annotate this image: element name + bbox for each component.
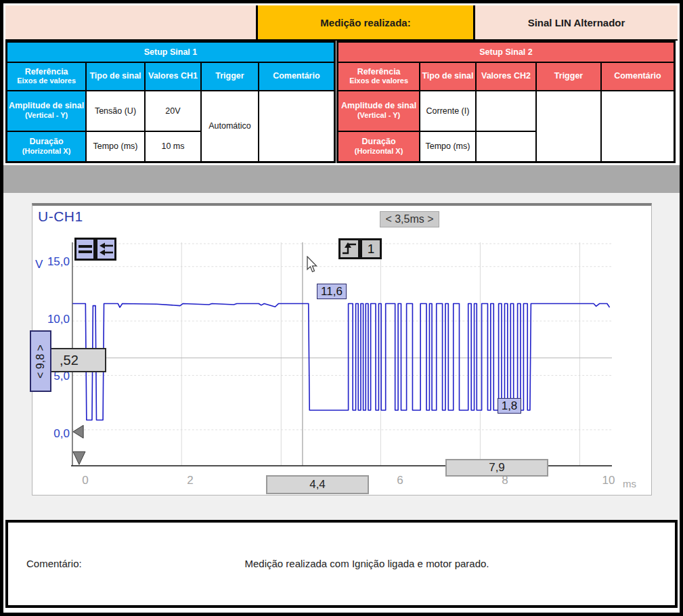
setup1-col-trigger: Trigger: [201, 62, 259, 91]
comment-section: Comentário: Medição realizada com Igniçã…: [5, 520, 678, 608]
setup1-trigger-value: Automático: [201, 91, 259, 162]
report-page: Medição realizada: Sinal LIN Alternador …: [0, 0, 683, 616]
comment-label: Comentário:: [26, 558, 82, 569]
setup2-col-type: Tipo de sinal: [420, 62, 475, 91]
setup-signal-1-table: Setup Sinal 1 ReferênciaEixos de valores…: [5, 41, 336, 163]
setup2-row2-value: [476, 131, 537, 162]
setup1-col-values: Valores CH1: [145, 62, 202, 91]
voltage-cursor-value: < 9,8 >: [35, 345, 47, 378]
low-level-marker[interactable]: 1,8: [498, 398, 521, 414]
channel-offset-button[interactable]: [74, 238, 95, 261]
measurement-label: Medição realizada:: [256, 5, 475, 39]
trigger-position-marker[interactable]: [73, 452, 85, 464]
setup1-row2-ref: Duração(Horizontal X): [7, 131, 87, 162]
setup2-col-comment: Comentário: [601, 62, 675, 91]
channel-label: U-CH1: [38, 208, 83, 225]
time-marker-1[interactable]: 4,4: [266, 475, 369, 494]
x-tick-0: 0: [72, 474, 99, 487]
setup2-col-values: Valores CH2: [476, 62, 537, 91]
setup2-col-trigger: Trigger: [536, 62, 601, 91]
zero-level-marker[interactable]: [73, 425, 83, 438]
header-empty-cell: [5, 5, 256, 39]
setup2-row1-ref: Amplitude de sinal(Vertical - Y): [338, 91, 420, 131]
signal-name: Sinal LIN Alternador: [475, 5, 678, 39]
trigger-edge-button[interactable]: [338, 238, 360, 259]
setup2-comment-value: [601, 91, 675, 162]
col-ref-sublabel: Eixos de valores: [340, 76, 418, 85]
setup2-row-amplitude: Amplitude de sinal(Vertical - Y) Corrent…: [338, 91, 675, 131]
pan-left-button[interactable]: [95, 238, 116, 261]
time-marker-2[interactable]: 7,9: [445, 459, 548, 477]
row-ref-sublabel: (Horizontal X): [9, 147, 84, 156]
row-ref-label: Amplitude de sinal: [9, 101, 84, 110]
comment-text: Medição realizada com Ignição ligada e m…: [177, 558, 556, 569]
rising-edge-icon: [341, 241, 357, 257]
setup1-row1-type: Tensão (U): [86, 91, 145, 131]
row-ref-label: Duração: [30, 137, 64, 146]
setup1-col-comment: Comentário: [259, 62, 335, 91]
setup1-row1-ref: Amplitude de sinal(Vertical - Y): [7, 91, 87, 131]
separator-bar: [3, 165, 680, 193]
setup1-row2-type: Tempo (ms): [86, 131, 145, 162]
setup2-trigger-value: [536, 91, 601, 162]
x-tick-2: 2: [177, 474, 204, 487]
setup2-title: Setup Sinal 2: [338, 42, 675, 62]
setup1-comment-value: [259, 91, 335, 162]
row-ref-sublabel: (Horizontal X): [340, 147, 418, 156]
trigger-channel-button[interactable]: 1: [360, 238, 382, 259]
y-tick-0: 0,0: [27, 427, 70, 441]
trigger-channel-number: 1: [368, 242, 375, 257]
row-ref-label: Duração: [362, 137, 396, 146]
mouse-cursor: [306, 256, 318, 273]
dual-bars-icon: [77, 240, 93, 258]
x-tick-6: 6: [387, 474, 414, 487]
setup1-row2-value: 10 ms: [145, 131, 202, 162]
x-axis-unit: ms: [616, 478, 643, 489]
setup1-col-type: Tipo de sinal: [86, 62, 145, 91]
y-tick-15: 15,0: [27, 255, 70, 269]
high-level-marker[interactable]: 11,6: [317, 284, 347, 299]
header-banner: Medição realizada: Sinal LIN Alternador: [5, 5, 678, 41]
setup1-title: Setup Sinal 1: [7, 42, 335, 62]
row-ref-sublabel: (Vertical - Y): [340, 111, 418, 120]
col-ref-label: Referência: [357, 67, 401, 76]
setup1-col-reference: ReferênciaEixos de valores: [7, 62, 87, 91]
setup-signal-2-table: Setup Sinal 2 ReferênciaEixos de valores…: [336, 41, 676, 163]
double-left-arrows-icon: [98, 240, 114, 258]
voltage-cursor-marker[interactable]: < 9,8 >: [30, 330, 51, 392]
y-tick-10: 10,0: [27, 313, 70, 326]
row-ref-sublabel: (Vertical - Y): [9, 111, 84, 120]
setup2-row2-ref: Duração(Horizontal X): [338, 131, 420, 162]
col-ref-label: Referência: [25, 67, 68, 76]
setup1-row1-value: 20V: [145, 91, 202, 131]
setup2-row1-value: [476, 91, 537, 131]
setup2-row2-type: Tempo (ms): [420, 131, 475, 162]
setup1-row-amplitude: Amplitude de sinal(Vertical - Y) Tensão …: [7, 91, 335, 131]
setup2-col-reference: ReferênciaEixos de valores: [338, 62, 420, 91]
col-ref-sublabel: Eixos de valores: [9, 76, 84, 85]
row-ref-label: Amplitude de sinal: [341, 101, 416, 110]
voltage-delta-box[interactable]: ,52: [47, 348, 106, 372]
setup2-row1-type: Corrente (I): [420, 91, 475, 131]
timebase-badge[interactable]: < 3,5ms >: [380, 211, 439, 227]
